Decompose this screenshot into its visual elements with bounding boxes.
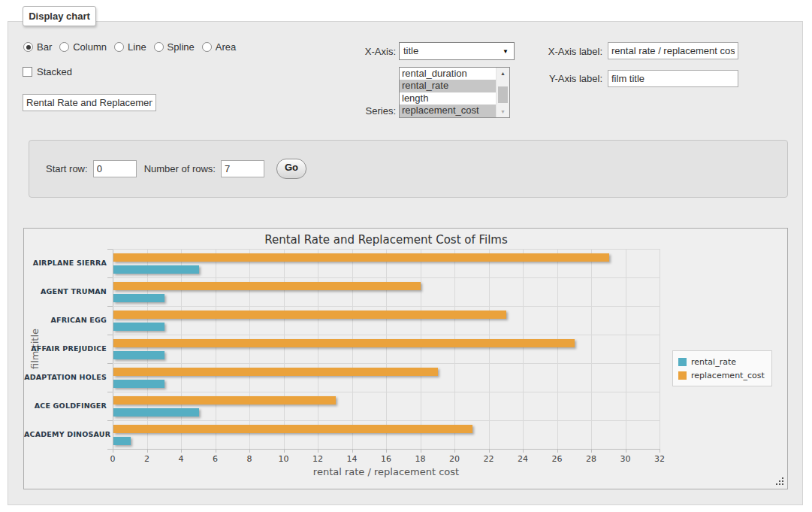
display-chart-tab: Display chart bbox=[23, 6, 96, 26]
x-gridline bbox=[454, 249, 455, 449]
bar-replacement_cost[interactable] bbox=[113, 311, 506, 319]
x-gridline bbox=[181, 249, 182, 449]
x-gridline bbox=[626, 249, 626, 449]
bar-replacement_cost[interactable] bbox=[113, 253, 609, 262]
x-tick-label: 20 bbox=[439, 454, 469, 464]
series-option[interactable]: rental_duration bbox=[400, 68, 497, 80]
chart-type-spline[interactable]: Spline bbox=[154, 41, 195, 53]
x-tick-label: 28 bbox=[576, 454, 606, 464]
bar-rental_rate[interactable] bbox=[113, 265, 199, 274]
y-gridline bbox=[113, 420, 660, 421]
fieldset-content: BarColumnLineSplineArea Stacked X-Axis: … bbox=[8, 22, 802, 504]
bar-rental_rate[interactable] bbox=[113, 323, 165, 331]
chart-type-area[interactable]: Area bbox=[202, 41, 236, 53]
bar-replacement_cost[interactable] bbox=[113, 396, 336, 404]
stacked-label: Stacked bbox=[37, 66, 72, 77]
y-tick-mark bbox=[107, 420, 113, 421]
x-axis-line bbox=[113, 449, 660, 450]
x-gridline bbox=[591, 249, 592, 449]
y-gridline bbox=[113, 335, 660, 335]
x-tick-label: 2 bbox=[132, 454, 162, 464]
x-axis-label-input[interactable] bbox=[608, 42, 738, 59]
y-tick-mark bbox=[107, 335, 113, 335]
stacked-checkbox[interactable]: Stacked bbox=[23, 66, 72, 77]
legend-item[interactable]: rental_rate bbox=[678, 355, 765, 368]
number-of-rows-input[interactable] bbox=[221, 160, 264, 177]
radio-icon[interactable] bbox=[154, 42, 164, 52]
chart-type-bar[interactable]: Bar bbox=[23, 41, 52, 53]
row-range-panel: Start row: Number of rows: Go bbox=[29, 140, 788, 198]
radio-label: Line bbox=[128, 41, 146, 53]
x-tick-label: 10 bbox=[269, 454, 299, 464]
x-gridline bbox=[523, 249, 524, 449]
y-gridline bbox=[113, 277, 660, 278]
x-tick-label: 16 bbox=[371, 454, 401, 464]
bar-replacement_cost[interactable] bbox=[113, 339, 575, 347]
category-label: AFRICAN EGG bbox=[24, 316, 107, 324]
category-label: ACADEMY DINOSAUR bbox=[24, 430, 107, 438]
bar-rental_rate[interactable] bbox=[113, 408, 199, 417]
x-axis-select[interactable]: title ▼ bbox=[399, 42, 515, 60]
series-option[interactable]: rental_rate bbox=[400, 80, 497, 92]
x-tick-label: 14 bbox=[337, 454, 367, 464]
scrollbar-thumb[interactable] bbox=[498, 86, 508, 103]
radio-icon[interactable] bbox=[23, 42, 33, 52]
legend-item[interactable]: replacement_cost bbox=[678, 368, 765, 382]
y-axis-label-input[interactable] bbox=[608, 70, 738, 87]
scrollbar-up-icon[interactable]: ▲ bbox=[497, 68, 509, 79]
x-tick-label: 4 bbox=[166, 454, 196, 464]
resize-handle-icon[interactable] bbox=[775, 477, 784, 486]
category-label: AGENT TRUMAN bbox=[24, 287, 107, 295]
x-gridline bbox=[249, 249, 250, 449]
x-axis-select-label: X-Axis: bbox=[324, 46, 396, 57]
chart-title-input[interactable] bbox=[23, 94, 156, 111]
chart-type-column[interactable]: Column bbox=[59, 41, 107, 53]
category-label: AIRPLANE SIERRA bbox=[24, 259, 107, 267]
series-option[interactable]: replacement_cost bbox=[400, 105, 497, 117]
bar-rental_rate[interactable] bbox=[113, 437, 131, 445]
bar-replacement_cost[interactable] bbox=[113, 368, 438, 376]
x-tick-label: 32 bbox=[644, 454, 675, 464]
legend-label: rental_rate bbox=[691, 357, 736, 367]
radio-label: Column bbox=[73, 41, 107, 53]
legend-swatch bbox=[678, 358, 687, 366]
radio-icon[interactable] bbox=[202, 42, 212, 52]
y-tick-mark bbox=[107, 392, 113, 392]
checkbox-icon[interactable] bbox=[23, 67, 32, 77]
scrollbar-down-icon[interactable]: ▼ bbox=[497, 106, 509, 117]
bar-rental_rate[interactable] bbox=[113, 380, 165, 388]
x-tick-label: 22 bbox=[474, 454, 504, 464]
bar-replacement_cost[interactable] bbox=[113, 425, 472, 433]
radio-icon[interactable] bbox=[59, 42, 69, 52]
radio-icon[interactable] bbox=[114, 42, 124, 52]
series-option[interactable]: length bbox=[400, 92, 497, 105]
bar-rental_rate[interactable] bbox=[113, 351, 165, 359]
category-label: ACE GOLDFINGER bbox=[24, 401, 107, 410]
x-tick-label: 24 bbox=[508, 454, 538, 464]
go-button[interactable]: Go bbox=[276, 159, 306, 179]
series-select-label: Series: bbox=[324, 105, 396, 117]
x-gridline bbox=[318, 249, 318, 449]
y-tick-mark bbox=[107, 449, 113, 450]
chart-legend: rental_ratereplacement_cost bbox=[672, 350, 772, 386]
chart-panel: Rental Rate and Replacement Cost of Film… bbox=[23, 228, 788, 489]
number-of-rows-label: Number of rows: bbox=[144, 163, 216, 174]
bar-replacement_cost[interactable] bbox=[113, 282, 421, 290]
x-tick-label: 0 bbox=[98, 454, 128, 464]
y-tick-mark bbox=[107, 249, 113, 250]
radio-label: Spline bbox=[168, 41, 195, 53]
x-axis-label-caption: X-Axis label: bbox=[533, 46, 602, 57]
radio-label: Area bbox=[216, 41, 236, 53]
x-gridline bbox=[489, 249, 490, 449]
dropdown-arrow-icon[interactable]: ▼ bbox=[503, 44, 509, 60]
x-gridline bbox=[284, 249, 285, 449]
series-scrollbar[interactable]: ▲ ▼ bbox=[496, 68, 509, 117]
x-tick-label: 30 bbox=[611, 454, 641, 464]
legend-label: replacement_cost bbox=[691, 371, 765, 380]
bar-rental_rate[interactable] bbox=[113, 294, 165, 302]
x-gridline bbox=[386, 249, 387, 449]
start-row-input[interactable] bbox=[93, 160, 137, 177]
series-listbox[interactable]: rental_durationrental_ratelengthreplacem… bbox=[399, 67, 510, 118]
chart-type-line[interactable]: Line bbox=[114, 41, 146, 53]
y-axis-label-caption: Y-Axis label: bbox=[533, 73, 602, 84]
